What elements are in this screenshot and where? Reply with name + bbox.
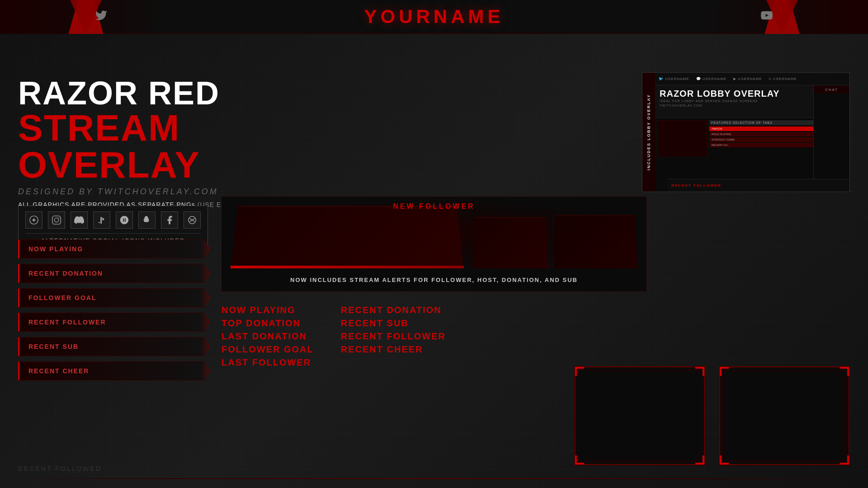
lobby-sidebar-text: INCLUDES LOBBY OVERLAY <box>646 94 651 170</box>
alert-footer-text: NOW INCLUDES STREAM ALERTS FOR FOLLOWER,… <box>290 277 578 283</box>
alert-footer: NOW INCLUDES STREAM ALERTS FOR FOLLOWER,… <box>222 268 646 291</box>
panel-item-recent-donation: RECENT DONATION <box>18 264 210 283</box>
svg-point-3 <box>54 218 58 222</box>
feature-last-donation: LAST DONATION <box>222 331 314 342</box>
alert-shape-right1 <box>553 215 638 269</box>
cam-corner-br-1 <box>695 455 704 465</box>
cam-corner-bl-1 <box>575 455 584 465</box>
main-content: RAZOR RED STREAM OVERLAY DESIGNED BY TWI… <box>0 34 868 488</box>
feature-last-follower: LAST FOLLOWER <box>222 357 314 368</box>
lobby-game-area <box>657 120 707 156</box>
cam-corner-tl-2 <box>720 367 729 376</box>
cam-corner-bl-2 <box>720 455 729 465</box>
social-icon-instagram <box>48 211 65 229</box>
cam-corner-tr-1 <box>695 367 704 376</box>
lobby-chat: CHAT <box>813 85 849 179</box>
svg-point-4 <box>58 217 59 218</box>
feature-follower-goal: FOLLOWER GOAL <box>222 344 314 355</box>
cam-inner-border-1 <box>579 371 700 460</box>
social-icons-row <box>25 211 201 229</box>
bottom-line <box>0 478 868 479</box>
alert-shape-right2 <box>472 217 548 269</box>
title-line2: STREAM OVERLAY <box>18 109 280 183</box>
lobby-preview: INCLUDES LOBBY OVERLAY 🐦 USERNAME 💬 USER… <box>642 72 850 192</box>
cam-frame-2 <box>719 366 850 465</box>
cam-corner-br-2 <box>840 455 849 465</box>
feature-recent-sub: RECENT SUB <box>341 318 446 328</box>
channel-name: YOURNAME <box>364 6 504 28</box>
lobby-title-subtitle: IDEAL FOR LOBBY AND SERVER CHANGE SCREEN… <box>660 99 780 103</box>
panel-item-follower-goal: FOLLOWER GOAL <box>18 288 210 307</box>
youtube-icon <box>760 9 773 24</box>
watermark-text: decent followeD <box>18 465 102 472</box>
feature-top-donation: TOP DONATION <box>222 318 314 328</box>
twitter-icon <box>95 9 108 24</box>
lobby-header-twitch: # USERNAME <box>769 77 797 81</box>
panel-item-recent-follower: RECENT FOLLOWER <box>18 313 210 332</box>
lobby-header-youtube: ▶ USERNAME <box>733 77 762 81</box>
title-section: RAZOR RED STREAM OVERLAY DESIGNED BY TWI… <box>18 77 280 216</box>
features-col1: NOW PLAYING TOP DONATION LAST DONATION F… <box>222 305 314 368</box>
social-icon-playstation <box>93 211 110 229</box>
header: YOURNAME <box>0 0 868 34</box>
social-icon-xbox-circle <box>184 211 201 229</box>
panel-item-recent-cheer: RECENT CHEER <box>18 361 210 380</box>
alert-box: NEW FOLLOWER NOW INCLUDES STREAM ALERTS … <box>222 197 646 291</box>
title-line1: RAZOR RED <box>18 77 280 109</box>
feature-now-playing: NOW PLAYING <box>222 305 314 315</box>
panel-item-now-playing: NOW PLAYING <box>18 239 210 258</box>
alert-inner: NEW FOLLOWER <box>222 197 646 269</box>
panel-item-recent-sub: RECENT SUB <box>18 337 210 356</box>
feature-recent-cheer: RECENT CHEER <box>341 344 446 355</box>
social-icon-xbox <box>116 211 133 229</box>
social-icon-discord <box>71 211 88 229</box>
subtitle-designed: DESIGNED BY TWITCHOVERLAY.COM <box>18 187 280 197</box>
lobby-main: 🐦 USERNAME 💬 USERNAME ▶ USERNAME # USERN… <box>655 73 849 192</box>
cam-frame-1 <box>574 366 705 465</box>
cam-inner-border-2 <box>724 371 845 460</box>
features-col2: RECENT DONATION RECENT SUB RECENT FOLLOW… <box>341 305 446 368</box>
feature-recent-donation: RECENT DONATION <box>341 305 446 315</box>
lobby-title-website: TWITCHOVERLAY.COM <box>660 104 780 107</box>
lobby-header: 🐦 USERNAME 💬 USERNAME ▶ USERNAME # USERN… <box>655 73 849 85</box>
cam-corner-tl-1 <box>575 367 584 376</box>
lobby-title-text: RAZOR LOBBY OVERLAY <box>660 89 780 98</box>
svg-rect-2 <box>52 216 61 224</box>
lobby-footer: RECENT FOLLOWER <box>668 179 849 192</box>
social-icon-snapchat <box>138 211 156 229</box>
lobby-sidebar: INCLUDES LOBBY OVERLAY <box>642 73 655 192</box>
social-icon-facebook <box>161 211 178 229</box>
social-icon-gaming <box>25 211 42 229</box>
feature-recent-follower: RECENT FOLLOWER <box>341 331 446 342</box>
lobby-footer-text: RECENT FOLLOWER <box>671 183 722 188</box>
alert-new-follower: NEW FOLLOWER <box>393 202 475 211</box>
lobby-header-discord: 💬 USERNAME <box>696 77 727 81</box>
cam-corner-tr-2 <box>840 367 849 376</box>
panels-left: NOW PLAYING RECENT DONATION FOLLOWER GOA… <box>18 239 210 380</box>
lobby-chat-label: CHAT <box>825 88 838 92</box>
lobby-header-twitter: 🐦 USERNAME <box>659 77 689 81</box>
alert-shape-main <box>231 206 464 269</box>
features-list: NOW PLAYING TOP DONATION LAST DONATION F… <box>222 305 446 368</box>
cam-frames <box>574 366 850 465</box>
lobby-chat-header: CHAT <box>814 85 849 94</box>
